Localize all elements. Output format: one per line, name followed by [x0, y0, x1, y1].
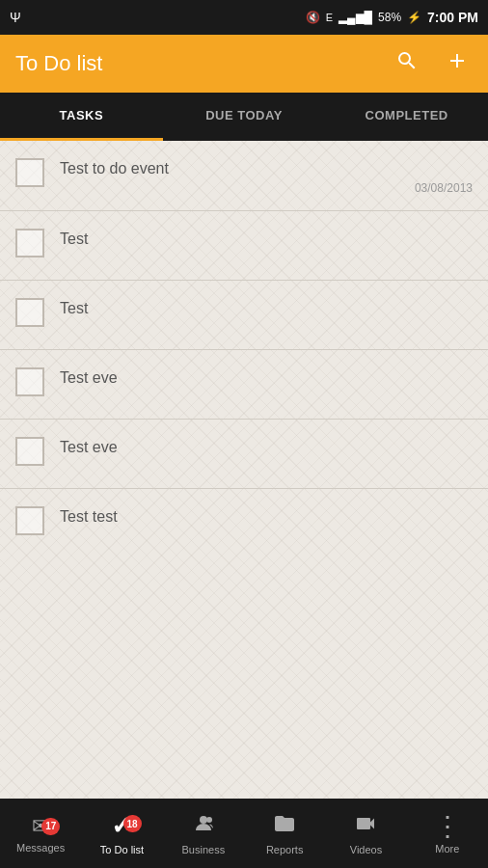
messages-badge: 17 — [41, 818, 60, 835]
videos-icon — [354, 812, 377, 841]
table-row[interactable]: Test — [0, 211, 488, 281]
nav-item-reports[interactable]: Reports — [244, 812, 325, 855]
svg-point-1 — [206, 817, 212, 823]
reports-icon — [273, 812, 296, 841]
more-icon: ⋮ — [434, 813, 461, 840]
task-checkbox-6[interactable] — [15, 506, 44, 535]
messages-label: Messages — [16, 842, 65, 854]
task-name-6: Test test — [60, 508, 473, 526]
nav-item-todo[interactable]: 18 ✓ To Do list — [81, 811, 162, 855]
table-row[interactable]: Test — [0, 281, 488, 350]
task-content-6: Test test — [60, 504, 473, 526]
task-name-5: Test eve — [60, 439, 473, 456]
task-name-3: Test — [60, 300, 473, 317]
network-icon: E — [326, 12, 333, 23]
task-date-1: 03/08/2013 — [60, 181, 473, 195]
app-header: To Do list — [0, 35, 488, 93]
tab-bar: TASKS DUE TODAY COMPLETED — [0, 93, 488, 141]
mute-icon: 🔇 — [306, 11, 320, 24]
clock: 7:00 PM — [427, 10, 478, 25]
task-checkbox-3[interactable] — [15, 298, 44, 327]
todo-badge: 18 — [123, 815, 142, 832]
app-title: To Do list — [15, 51, 102, 76]
nav-item-messages[interactable]: 17 ✉ Messages — [0, 814, 81, 854]
task-content-2: Test — [60, 227, 473, 248]
tab-due-today[interactable]: DUE TODAY — [163, 93, 326, 141]
tab-tasks[interactable]: TASKS — [0, 93, 163, 141]
task-checkbox-2[interactable] — [15, 229, 44, 258]
nav-item-videos[interactable]: Videos — [325, 812, 406, 855]
tab-completed[interactable]: COMPLETED — [325, 93, 488, 141]
battery-icon: ⚡ — [407, 11, 421, 24]
business-icon — [192, 812, 215, 841]
bottom-nav: 17 ✉ Messages 18 ✓ To Do list Business R… — [0, 799, 488, 868]
task-checkbox-5[interactable] — [15, 437, 44, 466]
task-checkbox-4[interactable] — [15, 367, 44, 396]
task-content-3: Test — [60, 296, 473, 317]
videos-label: Videos — [350, 844, 382, 855]
reports-label: Reports — [266, 844, 304, 855]
more-label: More — [435, 843, 459, 854]
battery-level: 58% — [378, 11, 401, 24]
svg-point-0 — [200, 816, 207, 824]
search-button[interactable] — [392, 45, 422, 82]
business-label: Business — [182, 844, 226, 855]
nav-item-more[interactable]: ⋮ More — [407, 813, 488, 854]
table-row[interactable]: Test to do event 03/08/2013 — [0, 141, 488, 211]
task-content-1: Test to do event 03/08/2013 — [60, 156, 473, 195]
task-list: Test to do event 03/08/2013 Test Test Te… — [0, 141, 488, 799]
todo-label: To Do list — [100, 844, 144, 855]
task-name-4: Test eve — [60, 369, 473, 387]
usb-icon: Ψ — [10, 10, 21, 25]
signal-icon: ▂▄▆█ — [339, 11, 372, 24]
add-button[interactable] — [442, 45, 473, 82]
task-name-2: Test — [60, 231, 473, 248]
nav-item-business[interactable]: Business — [163, 812, 244, 855]
status-bar: Ψ 🔇 E ▂▄▆█ 58% ⚡ 7:00 PM — [0, 0, 488, 35]
task-content-5: Test eve — [60, 435, 473, 456]
task-checkbox-1[interactable] — [15, 158, 44, 187]
table-row[interactable]: Test eve — [0, 350, 488, 420]
table-row[interactable]: Test test — [0, 489, 488, 558]
status-right: 🔇 E ▂▄▆█ 58% ⚡ 7:00 PM — [306, 10, 478, 25]
status-left: Ψ — [10, 10, 21, 25]
header-actions — [392, 45, 473, 82]
table-row[interactable]: Test eve — [0, 420, 488, 489]
task-name-1: Test to do event — [60, 160, 473, 177]
task-content-4: Test eve — [60, 366, 473, 387]
